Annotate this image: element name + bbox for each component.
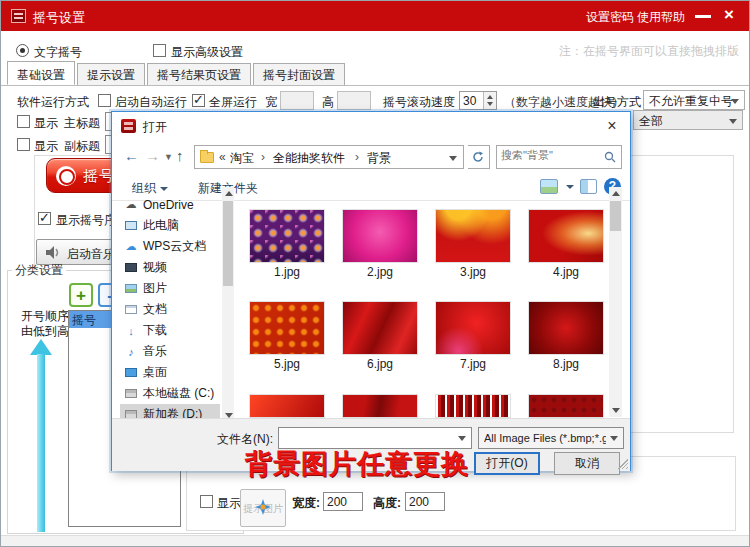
sidebar-scrollbar[interactable] <box>222 187 234 422</box>
view-mode-icon[interactable] <box>540 179 558 194</box>
window-title: 摇号设置 <box>33 9 85 27</box>
draw-mode-select[interactable]: 不允许重复中号 <box>643 90 745 110</box>
spinner-down-icon[interactable] <box>487 102 493 106</box>
file-thumbnail-2[interactable] <box>343 210 417 262</box>
sidebar-item-desktop[interactable]: 桌面 <box>120 362 220 383</box>
refresh-button[interactable] <box>468 145 490 169</box>
spinner-arrows[interactable] <box>483 92 496 109</box>
file-thumbnail-4[interactable] <box>529 210 603 262</box>
file-thumbnail-8[interactable] <box>529 302 603 354</box>
view-mode-chevron-icon[interactable] <box>566 185 574 189</box>
filetype-select[interactable]: All Image Files (*.bmp;*.gif;*. <box>478 427 624 449</box>
address-chevron-icon[interactable] <box>449 156 457 161</box>
text-lottery-radio[interactable] <box>16 44 29 57</box>
order-up-arrow-icon <box>30 339 52 355</box>
sidebar-item-downloads[interactable]: ↓下载 <box>120 320 220 341</box>
sidebar-item-wps-cloud[interactable]: ☁WPS云文档 <box>120 236 220 257</box>
help-menu[interactable]: 使用帮助 <box>637 9 685 26</box>
sidebar-item-onedrive[interactable]: ☁OneDrive <box>120 194 220 215</box>
sub-title-label: 副标题 <box>64 138 100 155</box>
filetype-value: All Image Files (*.bmp;*.gif;*. <box>484 432 606 444</box>
sidebar-item-documents[interactable]: 文档 <box>120 299 220 320</box>
file-thumbnail-partial[interactable] <box>529 395 603 417</box>
show-sub-title-show-label: 显示 <box>34 138 58 155</box>
file-grid-scrollbar[interactable] <box>609 187 622 417</box>
sidebar-item-disk-c[interactable]: 本地磁盘 (C:) <box>120 383 220 404</box>
breadcrumb-separator: › <box>355 150 359 164</box>
back-icon[interactable]: ← <box>124 147 139 164</box>
width-input[interactable] <box>280 91 314 110</box>
search-icon[interactable] <box>604 151 616 163</box>
file-label[interactable]: 4.jpg <box>529 265 603 279</box>
chevron-down-icon[interactable] <box>610 436 618 441</box>
close-icon[interactable]: × <box>719 5 739 25</box>
history-chevron-icon[interactable]: ▼ <box>164 152 173 162</box>
tip-width-input[interactable]: 200 <box>323 492 363 511</box>
breadcrumb-taobao[interactable]: 淘宝 <box>230 150 254 167</box>
search-box[interactable] <box>496 145 622 169</box>
minimize-icon[interactable] <box>695 15 711 18</box>
scrollbar-thumb[interactable] <box>610 201 621 231</box>
scroll-up-icon[interactable] <box>612 191 620 196</box>
file-thumbnail-7[interactable] <box>436 302 510 354</box>
tab-basic-settings[interactable]: 基础设置 <box>7 61 75 85</box>
file-thumbnail-partial[interactable] <box>343 395 417 417</box>
chevron-down-icon[interactable] <box>458 436 466 441</box>
breadcrumb-software[interactable]: 全能抽奖软件 <box>273 150 345 167</box>
file-label[interactable]: 5.jpg <box>250 357 324 371</box>
file-label[interactable]: 6.jpg <box>343 357 417 371</box>
file-thumbnail-3[interactable] <box>436 210 510 262</box>
search-input[interactable] <box>501 149 601 161</box>
file-thumbnail-partial[interactable] <box>250 395 324 417</box>
address-bar[interactable]: « 淘宝 › 全能抽奖软件 › 背景 <box>194 145 464 169</box>
file-label[interactable]: 8.jpg <box>529 357 603 371</box>
sidebar-item-pictures[interactable]: 图片 <box>120 278 220 299</box>
open-file-dialog: 打开 × ← → ▼ ↑ « 淘宝 › 全能抽奖软件 › 背景 <box>111 111 631 471</box>
tip-show-checkbox[interactable] <box>200 495 213 508</box>
sidebar-item-label: 此电脑 <box>143 217 179 234</box>
sidebar-item-music[interactable]: ♪音乐 <box>120 341 220 362</box>
auto-run-checkbox[interactable] <box>98 94 111 107</box>
cancel-button[interactable]: 取消 <box>554 452 620 475</box>
show-seq-checkbox[interactable] <box>38 212 51 225</box>
resize-grip[interactable] <box>618 459 628 469</box>
file-thumbnail-1[interactable] <box>250 210 324 262</box>
scrollbar-thumb[interactable] <box>223 201 233 286</box>
spinner-up-icon[interactable] <box>487 95 493 99</box>
height-label: 高 <box>322 94 334 111</box>
tab-result-page-settings[interactable]: 摇号结果页设置 <box>147 63 251 85</box>
all-filter-select[interactable]: 全部 <box>633 110 743 130</box>
preview-pane-icon[interactable] <box>580 179 597 194</box>
sidebar-item-label: 下载 <box>143 322 167 339</box>
scroll-down-icon[interactable] <box>612 408 620 413</box>
sidebar-item-label: 本地磁盘 (C:) <box>143 385 214 402</box>
file-thumbnail-6[interactable] <box>343 302 417 354</box>
file-thumbnail-5[interactable] <box>250 302 324 354</box>
open-button[interactable]: 打开(O) <box>474 452 540 475</box>
sidebar-item-label: 文档 <box>143 301 167 318</box>
fullscreen-checkbox[interactable] <box>192 94 205 107</box>
file-thumbnail-partial[interactable] <box>436 395 510 417</box>
advanced-settings-checkbox[interactable] <box>153 44 166 57</box>
show-sub-title-checkbox[interactable] <box>17 138 30 151</box>
up-icon[interactable]: ↑ <box>176 147 184 164</box>
speed-spinner[interactable]: 30 <box>459 91 497 110</box>
sidebar-item-videos[interactable]: 视频 <box>120 257 220 278</box>
tip-height-input[interactable]: 200 <box>405 492 445 511</box>
forward-icon[interactable]: → <box>145 147 160 164</box>
tip-image-button[interactable]: 提示图片 <box>240 489 286 527</box>
file-label[interactable]: 2.jpg <box>343 265 417 279</box>
category-add-button[interactable]: + <box>69 283 93 307</box>
height-input[interactable] <box>337 91 371 110</box>
tab-cover-settings[interactable]: 摇号封面设置 <box>253 63 345 85</box>
set-password-menu[interactable]: 设置密码 <box>586 9 634 26</box>
tab-tip-settings[interactable]: 提示设置 <box>77 63 145 85</box>
show-main-title-checkbox[interactable] <box>17 115 30 128</box>
file-label[interactable]: 3.jpg <box>436 265 510 279</box>
file-label[interactable]: 7.jpg <box>436 357 510 371</box>
sidebar-item-this-pc[interactable]: 此电脑 <box>120 215 220 236</box>
file-label[interactable]: 1.jpg <box>250 265 324 279</box>
breadcrumb-background[interactable]: 背景 <box>367 150 391 167</box>
dialog-close-icon[interactable]: × <box>600 115 624 137</box>
scroll-up-icon[interactable] <box>225 191 233 196</box>
